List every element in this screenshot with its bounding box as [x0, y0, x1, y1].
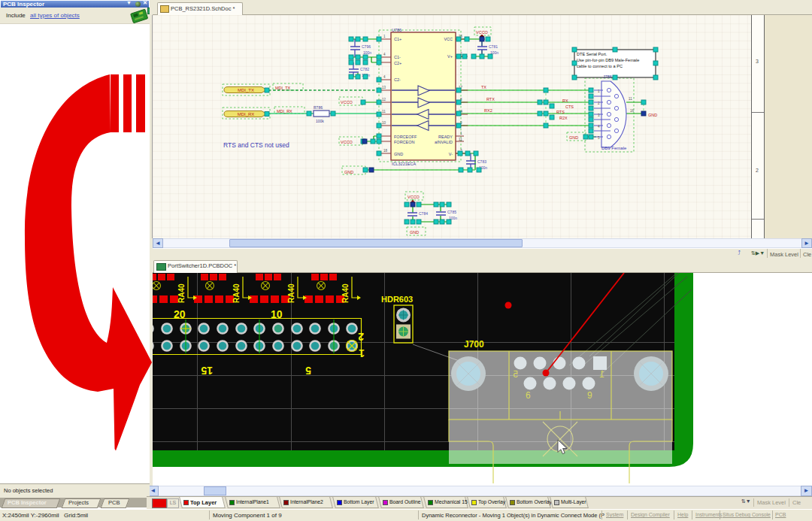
- svg-text:cable to connect to a PC: cable to connect to a PC: [577, 64, 623, 68]
- svg-text:Use pin-for-pin DB9 Male-Femal: Use pin-for-pin DB9 Male-Female: [577, 58, 639, 62]
- svg-text:RX2: RX2: [484, 108, 492, 113]
- svg-text:C785: C785: [447, 210, 456, 214]
- svg-text:4: 4: [383, 53, 386, 56]
- svg-text:GND: GND: [569, 135, 578, 140]
- svg-text:J700: J700: [464, 339, 484, 350]
- svg-text:V-: V-: [449, 152, 453, 156]
- svg-text:9: 9: [587, 390, 592, 401]
- svg-text:CTS: CTS: [565, 105, 574, 109]
- svg-text:MDI_RX: MDI_RX: [238, 112, 255, 117]
- svg-text:RTS and CTS not used: RTS and CTS not used: [223, 141, 289, 149]
- svg-text:READY: READY: [438, 135, 453, 139]
- svg-text:R2X: R2X: [559, 116, 568, 120]
- svg-text:RA40: RA40: [287, 283, 295, 303]
- svg-text:5: 5: [513, 369, 518, 380]
- svg-text:TX: TX: [481, 85, 486, 89]
- svg-text:DTE Serial Port.: DTE Serial Port.: [577, 52, 607, 56]
- svg-text:MDI_RX: MDI_RX: [277, 109, 292, 114]
- svg-text:C783: C783: [477, 159, 486, 164]
- svg-text:1: 1: [359, 347, 365, 359]
- svg-text:VCCO: VCCO: [341, 140, 353, 144]
- svg-text:1: 1: [460, 132, 462, 135]
- svg-text:1: 1: [599, 369, 604, 380]
- svg-text:10: 10: [382, 121, 386, 125]
- svg-text:RTS: RTS: [556, 110, 565, 114]
- svg-text:C1-: C1-: [394, 55, 401, 59]
- svg-text:C782: C782: [360, 67, 369, 71]
- svg-text:RA40: RA40: [177, 283, 186, 303]
- svg-text:11: 11: [459, 138, 462, 141]
- svg-text:MDI_TX: MDI_TX: [275, 86, 291, 90]
- svg-text:GND: GND: [648, 113, 657, 117]
- svg-text:1: 1: [383, 35, 386, 38]
- svg-text:RA40: RA40: [341, 283, 350, 303]
- svg-text:GND: GND: [344, 170, 353, 174]
- svg-text:FORCEOFF: FORCEOFF: [394, 135, 417, 139]
- svg-text:VCCO: VCCO: [408, 195, 420, 199]
- svg-text:HDR603: HDR603: [381, 295, 413, 304]
- svg-text:4: 4: [383, 75, 386, 79]
- svg-text:V+: V+: [447, 54, 453, 59]
- svg-text:C781: C781: [489, 44, 498, 49]
- svg-text:RA40: RA40: [232, 283, 241, 303]
- svg-text:VCCO: VCCO: [341, 100, 353, 105]
- svg-text:U786: U786: [392, 28, 401, 32]
- svg-text:C796: C796: [362, 44, 371, 49]
- svg-text:10: 10: [271, 308, 283, 320]
- svg-text:11: 11: [382, 110, 386, 114]
- svg-text:aINVALID: aINVALID: [435, 140, 453, 144]
- svg-text:J786: J786: [603, 74, 612, 79]
- svg-text:GND: GND: [410, 230, 419, 235]
- svg-text:DB9 Female: DB9 Female: [601, 146, 627, 150]
- svg-text:RTX: RTX: [486, 97, 495, 101]
- svg-text:VCCO: VCCO: [476, 30, 489, 35]
- svg-text:2: 2: [358, 331, 364, 343]
- svg-text:R786: R786: [314, 105, 323, 110]
- svg-text:16: 16: [630, 109, 635, 113]
- svg-text:VCC: VCC: [444, 37, 453, 41]
- svg-text:C2-: C2-: [394, 77, 401, 82]
- svg-text:11: 11: [629, 97, 632, 101]
- svg-text:RX: RX: [562, 98, 568, 103]
- svg-text:ICL3221ECA: ICL3221ECA: [392, 162, 416, 166]
- svg-text:C784: C784: [419, 211, 428, 216]
- svg-text:MDI_TX: MDI_TX: [238, 88, 254, 92]
- svg-text:100k: 100k: [316, 119, 324, 123]
- svg-text:6: 6: [526, 390, 531, 401]
- svg-text:FORCEON: FORCEON: [394, 140, 415, 144]
- svg-text:15: 15: [201, 365, 213, 377]
- svg-text:C1+: C1+: [394, 37, 401, 41]
- svg-text:GND: GND: [394, 152, 403, 156]
- svg-text:18: 18: [383, 149, 388, 153]
- svg-text:13: 13: [382, 86, 386, 89]
- svg-text:12: 12: [382, 98, 386, 101]
- svg-text:C2+: C2+: [394, 61, 401, 65]
- svg-text:5: 5: [305, 365, 311, 377]
- svg-text:100n: 100n: [363, 50, 371, 55]
- svg-text:20: 20: [174, 308, 186, 320]
